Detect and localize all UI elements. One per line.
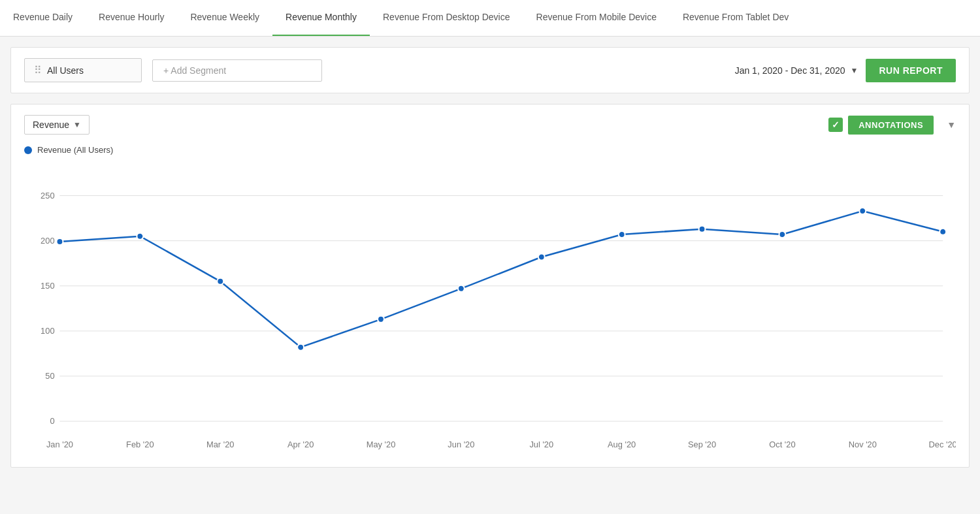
segment-row: ⠿ All Users + Add Segment Jan 1, 2020 - …: [10, 47, 970, 93]
svg-text:100: 100: [41, 326, 54, 336]
add-segment-button[interactable]: + Add Segment: [152, 59, 322, 82]
metric-label: Revenue: [33, 120, 69, 130]
svg-text:Jun '20: Jun '20: [448, 440, 474, 449]
svg-text:Mar '20: Mar '20: [206, 440, 234, 449]
svg-text:200: 200: [41, 236, 54, 246]
chevron-down-icon: ▼: [851, 66, 858, 75]
chart-panel: Revenue ▼ ANNOTATIONS ▼ Revenue (All Use…: [10, 104, 970, 468]
svg-point-35: [939, 229, 946, 235]
drag-icon: ⠿: [34, 64, 42, 76]
svg-text:Apr '20: Apr '20: [287, 440, 314, 449]
chart-controls: Revenue ▼ ANNOTATIONS ▼: [24, 115, 956, 135]
legend-dot: [24, 146, 32, 154]
metric-dropdown[interactable]: Revenue ▼: [24, 115, 90, 135]
date-range-value: Jan 1, 2020 - Dec 31, 2020: [735, 65, 845, 76]
tab-revenue-desktop[interactable]: Revenue From Desktop Device: [370, 0, 523, 37]
revenue-chart: 250200150100500Jan '20Feb '20Mar '20Apr …: [24, 160, 956, 454]
chart-container: 250200150100500Jan '20Feb '20Mar '20Apr …: [24, 160, 956, 454]
svg-point-24: [57, 238, 63, 245]
svg-text:Sep '20: Sep '20: [688, 440, 716, 449]
tab-revenue-monthly[interactable]: Revenue Monthly: [272, 0, 370, 37]
svg-text:0: 0: [50, 416, 54, 426]
segment-all-users[interactable]: ⠿ All Users: [24, 58, 142, 82]
svg-point-33: [779, 231, 785, 238]
date-range-area: Jan 1, 2020 - Dec 31, 2020 ▼ RUN REPORT: [735, 59, 956, 82]
svg-text:50: 50: [45, 371, 54, 381]
svg-text:May '20: May '20: [367, 440, 396, 449]
run-report-button[interactable]: RUN REPORT: [866, 59, 956, 82]
expand-icon[interactable]: ▼: [947, 120, 956, 130]
tabs-bar: Revenue Daily Revenue Hourly Revenue Wee…: [0, 0, 980, 37]
tab-revenue-hourly[interactable]: Revenue Hourly: [86, 0, 177, 37]
svg-text:150: 150: [41, 281, 54, 291]
svg-point-26: [217, 278, 223, 285]
date-range-selector[interactable]: Jan 1, 2020 - Dec 31, 2020 ▼: [735, 65, 858, 76]
svg-point-31: [619, 231, 625, 238]
svg-point-29: [458, 285, 465, 292]
svg-text:Jul '20: Jul '20: [529, 440, 553, 449]
svg-text:250: 250: [41, 190, 54, 200]
segment-label: All Users: [47, 65, 84, 76]
legend-label: Revenue (All Users): [37, 145, 113, 155]
svg-text:Jan '20: Jan '20: [46, 440, 73, 449]
svg-text:Oct '20: Oct '20: [769, 440, 795, 449]
svg-text:Aug '20: Aug '20: [608, 440, 636, 449]
svg-point-34: [859, 208, 866, 214]
annotations-area: ANNOTATIONS ▼: [828, 116, 956, 135]
svg-point-30: [538, 254, 545, 261]
svg-point-25: [137, 233, 143, 240]
svg-point-27: [297, 344, 304, 351]
svg-point-28: [378, 316, 384, 323]
tab-revenue-weekly[interactable]: Revenue Weekly: [177, 0, 272, 37]
annotations-checkbox[interactable]: [828, 118, 843, 132]
tab-revenue-mobile[interactable]: Revenue From Mobile Device: [523, 0, 670, 37]
svg-point-32: [699, 226, 706, 233]
tab-revenue-daily[interactable]: Revenue Daily: [10, 0, 86, 37]
annotations-button[interactable]: ANNOTATIONS: [848, 116, 934, 135]
svg-text:Dec '20: Dec '20: [929, 440, 956, 449]
svg-text:Nov '20: Nov '20: [849, 440, 877, 449]
svg-text:Feb '20: Feb '20: [126, 440, 154, 449]
chevron-down-icon: ▼: [73, 120, 81, 129]
tab-revenue-tablet[interactable]: Revenue From Tablet Dev: [670, 0, 802, 37]
chart-legend: Revenue (All Users): [24, 145, 956, 155]
